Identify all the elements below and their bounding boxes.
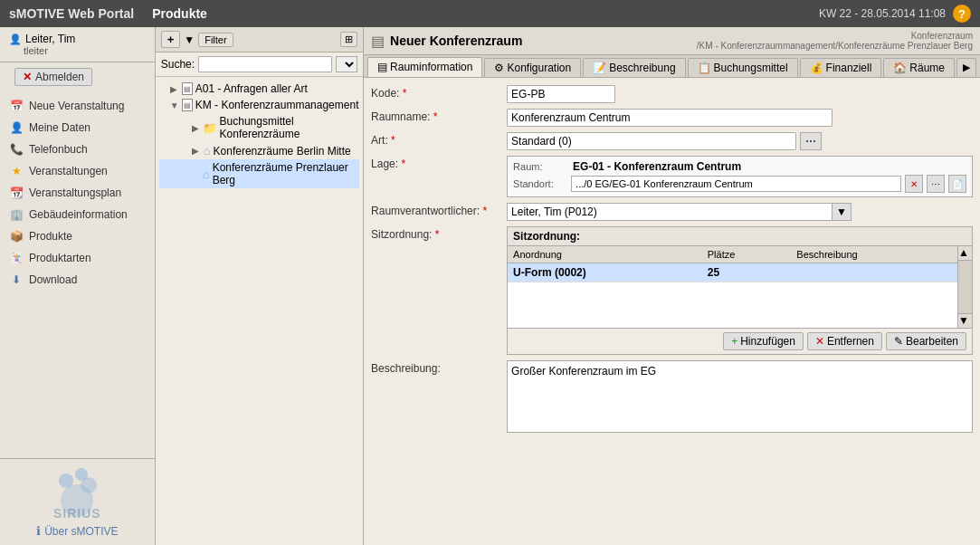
bearbeiten-button[interactable]: ✎ Bearbeiten bbox=[886, 332, 966, 350]
lage-standort-label: Standort: bbox=[513, 178, 567, 189]
raumname-label: Raumname: * bbox=[371, 109, 507, 123]
edit-icon: ✎ bbox=[894, 335, 903, 348]
lage-box: Raum: EG-01 - Konferenzraum Centrum Stan… bbox=[507, 156, 973, 197]
tree-item-prenzlauer[interactable]: ⌂ Konferenzräume Prenzlauer Berg bbox=[159, 159, 359, 188]
sitzordnung-footer: + Hinzufügen ✕ Entfernen ✎ Bearbeiten bbox=[508, 328, 972, 354]
lage-info-button[interactable]: 📄 bbox=[948, 175, 966, 193]
lage-browse-button[interactable]: ⋯ bbox=[927, 175, 945, 193]
raumverantwortlicher-select-wrapper: ▼ bbox=[507, 203, 852, 221]
nav-menu: 📅 Neue Veranstaltung 👤 Meine Daten 📞 Tel… bbox=[0, 91, 155, 458]
tab-rauminformation[interactable]: ▤ Rauminformation bbox=[367, 57, 482, 77]
tab-buchungsmittel[interactable]: 📋 Buchungsmittel bbox=[688, 58, 798, 77]
tab-icon-buch: 📋 bbox=[698, 62, 711, 74]
smotive-info-icon: ℹ bbox=[36, 524, 41, 538]
user-fullname: Leiter, Tim bbox=[25, 33, 75, 45]
center-toolbar: + ▼ Filter ⊞ bbox=[156, 27, 363, 53]
form-area: Kode: * Raumname: * bbox=[364, 78, 980, 545]
lage-raum-label: Raum: bbox=[513, 161, 567, 172]
sirius-logo-text: SIRIUS bbox=[41, 506, 113, 521]
sidebar-item-neue-veranstaltung[interactable]: 📅 Neue Veranstaltung bbox=[0, 95, 155, 117]
header-left: sMOTIVE Web Portal Produkte bbox=[9, 6, 207, 21]
sitzordnung-header-row: Anordnung Plätze Beschreibung bbox=[508, 246, 957, 263]
right-panel: ▤ Neuer Konferenzraum Konferenzraum /KM … bbox=[364, 27, 980, 545]
raumverantwortlicher-input[interactable] bbox=[507, 203, 833, 221]
tree-expander-pb bbox=[192, 169, 200, 179]
art-control: ⋯ bbox=[507, 132, 973, 150]
doc-icon: ▤ bbox=[182, 82, 193, 95]
tree-expander-km: ▼ bbox=[170, 100, 179, 110]
user-icon bbox=[9, 33, 22, 45]
tab-konfiguration[interactable]: ⚙ Konfiguration bbox=[484, 58, 581, 77]
logout-button[interactable]: ✕ Abmelden bbox=[14, 68, 92, 86]
tree-item-a01[interactable]: ▶ ▤ A01 - Anfragen aller Art bbox=[159, 81, 359, 97]
help-button[interactable]: ? bbox=[953, 5, 971, 23]
search-label: Suche: bbox=[161, 58, 195, 71]
kode-label: Kode: * bbox=[371, 85, 507, 100]
sidebar-item-produktarten[interactable]: 🃏 Produktarten bbox=[0, 247, 155, 269]
raumname-control bbox=[507, 109, 973, 127]
tree-item-berlin-mitte[interactable]: ▶ ⌂ Konferenzräume Berlin Mitte bbox=[159, 142, 359, 159]
tab-icon-raum: ▤ bbox=[377, 61, 387, 73]
beschreibung-textarea[interactable]: Großer Konferenzraum im EG bbox=[507, 360, 973, 433]
raumverantwortlicher-dropdown-button[interactable]: ▼ bbox=[832, 203, 852, 221]
phone-icon: 📞 bbox=[9, 142, 24, 157]
hinzufuegen-button[interactable]: + Hinzufügen bbox=[723, 332, 804, 350]
sidebar-item-veranstaltungsplan[interactable]: 📆 Veranstaltungsplan bbox=[0, 182, 155, 204]
tree-expander: ▶ bbox=[170, 84, 179, 94]
sidebar-item-telefonbuch[interactable]: 📞 Telefonbuch bbox=[0, 139, 155, 160]
sidebar-item-gebaeudeinformation[interactable]: 🏢 Gebäudeinformation bbox=[0, 204, 155, 225]
beschreibung-label: Beschreibung: bbox=[371, 360, 507, 375]
art-row: Art: * ⋯ bbox=[371, 132, 973, 150]
sitzordnung-row-0[interactable]: U-Form (0002) 25 bbox=[508, 263, 957, 282]
tab-beschreibung[interactable]: 📝 Beschreibung bbox=[583, 58, 685, 77]
sitzordnung-label: Sitzordnung: * bbox=[371, 226, 507, 241]
art-browse-button[interactable]: ⋯ bbox=[800, 132, 822, 150]
center-panel: + ▼ Filter ⊞ Suche: ▶ ▤ A01 - Anfragen a… bbox=[156, 27, 364, 545]
sitzordnung-row: Sitzordnung: * Sitzordnung: Anordnung bbox=[371, 226, 973, 355]
art-input[interactable] bbox=[507, 132, 796, 150]
raumverantwortlicher-label: Raumverantwortlicher: * bbox=[371, 203, 507, 217]
search-row: Suche: bbox=[156, 53, 363, 77]
lage-label: Lage: * bbox=[371, 156, 507, 170]
add-button[interactable]: + bbox=[161, 31, 181, 48]
tree-item-km[interactable]: ▼ ▤ KM - Konferenzraummanagement bbox=[159, 97, 359, 113]
download-icon: ⬇ bbox=[9, 272, 24, 287]
kode-input[interactable] bbox=[507, 85, 615, 103]
raumname-input[interactable] bbox=[507, 109, 833, 127]
col-beschreibung: Beschreibung bbox=[791, 246, 957, 263]
raumverantwortlicher-row: Raumverantwortlicher: * ▼ bbox=[371, 203, 973, 221]
sidebar-footer: SIRIUS ℹ Über sMOTIVE bbox=[0, 458, 155, 545]
form-doc-icon: ▤ bbox=[371, 33, 385, 50]
search-input[interactable] bbox=[198, 56, 332, 72]
lage-clear-button[interactable]: ✕ bbox=[905, 175, 923, 193]
smotive-link[interactable]: ℹ Über sMOTIVE bbox=[7, 524, 147, 538]
lage-standort-input[interactable] bbox=[571, 176, 901, 192]
art-label: Art: * bbox=[371, 132, 507, 147]
header: sMOTIVE Web Portal Produkte KW 22 - 28.0… bbox=[0, 0, 980, 27]
lage-standort-row: Standort: ✕ ⋯ 📄 bbox=[513, 175, 966, 193]
x-icon: ✕ bbox=[23, 71, 32, 83]
person-icon: 👤 bbox=[9, 120, 24, 135]
tab-icon-konf: ⚙ bbox=[494, 62, 504, 74]
entfernen-button[interactable]: ✕ Entfernen bbox=[807, 332, 882, 350]
view-toggle-button[interactable]: ⊞ bbox=[340, 32, 357, 47]
house-icon-bm: ⌂ bbox=[204, 144, 211, 158]
filter-button[interactable]: Filter bbox=[198, 33, 233, 47]
scrollbar-sitzordnung[interactable]: ▲ ▼ bbox=[957, 246, 972, 328]
tab-more-button[interactable]: ▶ bbox=[956, 58, 976, 76]
sidebar-item-produkte[interactable]: 📦 Produkte bbox=[0, 225, 155, 247]
sidebar-item-meine-daten[interactable]: 👤 Meine Daten bbox=[0, 117, 155, 139]
tab-raeume[interactable]: 🏠 Räume bbox=[883, 58, 955, 77]
tab-icon-raeume: 🏠 bbox=[893, 62, 907, 74]
tab-finanziell[interactable]: 💰 Finanziell bbox=[800, 58, 882, 77]
box-icon: 📦 bbox=[9, 229, 24, 244]
sidebar-item-download[interactable]: ⬇ Download bbox=[0, 269, 155, 291]
tabs-row: ▤ Rauminformation ⚙ Konfiguration 📝 Besc… bbox=[364, 55, 980, 78]
search-dropdown[interactable] bbox=[336, 56, 357, 72]
tree-item-buchungsmittel[interactable]: ▶ 📁 Buchungsmittel Konferenzräume bbox=[159, 113, 359, 142]
card-icon: 🃏 bbox=[9, 251, 24, 265]
tree-expander-buch: ▶ bbox=[192, 123, 200, 133]
sidebar-item-veranstaltungen[interactable]: ★ Veranstaltungen bbox=[0, 160, 155, 182]
kode-row: Kode: * bbox=[371, 85, 973, 103]
kode-control bbox=[507, 85, 973, 103]
